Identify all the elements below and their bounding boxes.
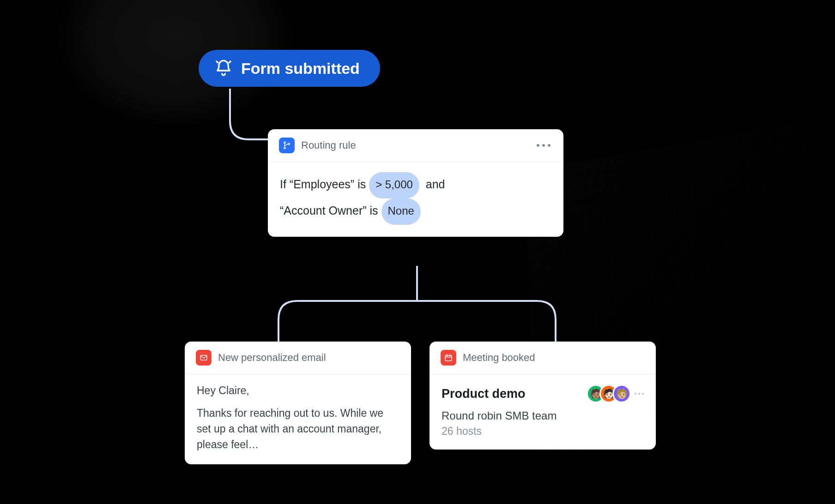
- email-card[interactable]: New personalized email Hey Claire, Thank…: [185, 342, 411, 464]
- meeting-hosts-count: 26 hosts: [442, 425, 644, 438]
- branch-icon: [279, 138, 295, 153]
- trigger-form-submitted[interactable]: Form submitted: [199, 50, 380, 87]
- rule-value-owner[interactable]: None: [381, 198, 421, 225]
- card-header: New personalized email: [185, 342, 411, 374]
- meeting-team: Round robin SMB team: [442, 409, 644, 422]
- card-title: Routing rule: [301, 139, 356, 151]
- calendar-icon: [441, 350, 456, 366]
- mail-icon: [196, 350, 212, 366]
- card-title: New personalized email: [218, 352, 326, 364]
- avatar: 🧑🏼: [612, 384, 631, 403]
- email-body: Hey Claire, Thanks for reaching out to u…: [185, 374, 411, 464]
- routing-rule-card[interactable]: Routing rule If “Employees” is > 5,000 a…: [268, 129, 563, 237]
- card-header: Meeting booked: [430, 342, 656, 374]
- more-icon[interactable]: [535, 142, 552, 149]
- workflow-canvas: Form submitted Routing rule If “Employee…: [0, 0, 835, 504]
- meeting-card[interactable]: Meeting booked Product demo 🧑🏽 🧑🏻 🧑🏼 Rou…: [430, 342, 656, 450]
- rule-field-employees: “Employees”: [290, 178, 354, 191]
- meeting-title: Product demo: [442, 387, 526, 401]
- trigger-label: Form submitted: [241, 60, 360, 78]
- svg-rect-4: [445, 355, 452, 361]
- card-header: Routing rule: [268, 129, 563, 162]
- routing-rule-body: If “Employees” is > 5,000 and “Account O…: [268, 162, 563, 237]
- rule-if: If: [280, 178, 286, 191]
- rule-value-employees[interactable]: > 5,000: [369, 172, 419, 198]
- card-title: Meeting booked: [463, 352, 535, 364]
- rule-is: is: [357, 178, 366, 191]
- rule-is: is: [370, 204, 378, 217]
- email-greeting: Hey Claire,: [197, 384, 399, 397]
- rule-and: and: [426, 178, 445, 191]
- email-content: Thanks for reaching out to us. While we …: [197, 405, 399, 452]
- rule-field-owner: “Account Owner”: [280, 204, 367, 217]
- more-hosts-icon[interactable]: [635, 393, 644, 395]
- host-avatars[interactable]: 🧑🏽 🧑🏻 🧑🏼: [587, 384, 631, 403]
- meeting-body: Product demo 🧑🏽 🧑🏻 🧑🏼 Round robin SMB te…: [430, 374, 656, 450]
- bell-icon: [214, 59, 233, 78]
